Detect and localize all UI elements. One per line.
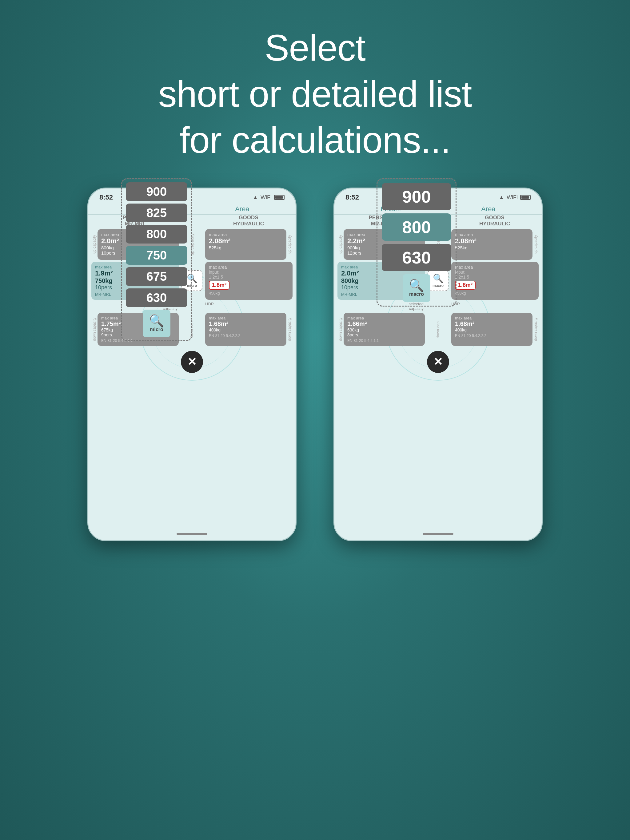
phone-left-wrapper: 900 825 800 750 675 630 🔍 micro 8:52 ▲ (87, 188, 296, 541)
left-micro-btn[interactable]: 🔍 micro (143, 309, 171, 337)
left-dropdown-825[interactable]: 825 (126, 204, 187, 222)
right-dropdown-800[interactable]: 800 (382, 213, 451, 241)
left-bottom-right-card: max area 1.68m² 400kg EN-81-20-5.4.2.2.2 (205, 313, 287, 346)
right-dropdown-630[interactable]: 630 (382, 244, 451, 271)
phone-left-home-bar (177, 533, 207, 535)
left-col-header-right: GOODSHYDRAULIC (205, 215, 292, 227)
left-dropdown-750[interactable]: 750 (126, 246, 187, 265)
left-dropdown-630[interactable]: 630 (126, 288, 187, 307)
right-bottom-left-card: max area 1.66m² 630kg 8pers. EN-81-20-5.… (343, 313, 425, 346)
right-macro-btn[interactable]: 🔍 macro (403, 274, 431, 302)
left-red-badge: 1.8m² (209, 281, 230, 290)
phone-left-topbar: 8:52 ▲ WiFi (88, 188, 296, 204)
left-close-button[interactable]: ✕ (181, 351, 203, 373)
right-mid-right-card: max area input:1.2x1.5 1.8m² 450kg (451, 262, 539, 300)
phone-right-wrapper: 900 800 630 🔍 macro 8:52 ▲ WiFi (334, 188, 543, 541)
right-dropdown-900[interactable]: 900 (382, 183, 451, 210)
phone-left-time: 8:52 (99, 193, 113, 201)
right-col-header-right: GOODSHYDRAULIC (451, 215, 538, 227)
right-red-badge: 1.8m² (455, 281, 476, 290)
page-wrapper: Select short or detailed list for calcul… (0, 0, 630, 840)
phone-right-nav-right: Area (481, 205, 495, 213)
right-bottom-right-card: max area 1.68m² 400kg EN-81-20-5.4.2.2.2 (451, 313, 532, 346)
phones-row: 900 825 800 750 675 630 🔍 micro 8:52 ▲ (0, 182, 630, 541)
left-dropdown-800[interactable]: 800 (126, 225, 187, 243)
phone-left-content: PERSONSMR-MRL GOODSHYDRAULIC up capacity… (88, 215, 296, 539)
page-header: Select short or detailed list for calcul… (0, 0, 630, 182)
phone-right-time: 8:52 (345, 193, 359, 201)
phone-left-nav: Findi... Area (88, 204, 296, 215)
phone-left-nav-right: Area (235, 205, 249, 213)
right-top-right-card: max area 2.08m² 525kg (451, 229, 532, 260)
left-mid-right-card: max area input:1.2x1.5 1.8m² 450kg (205, 262, 293, 300)
left-top-right-card: max area 2.08m² 525kg (205, 229, 287, 260)
left-dropdown-900[interactable]: 900 (126, 182, 187, 201)
phone-right-home-bar (423, 533, 453, 535)
right-close-button[interactable]: ✕ (427, 351, 449, 373)
left-dropdown-675[interactable]: 675 (126, 267, 187, 286)
phone-left-frame: 8:52 ▲ WiFi Findi... Area (87, 188, 296, 541)
header-title: Select short or detailed list for calcul… (0, 25, 630, 163)
